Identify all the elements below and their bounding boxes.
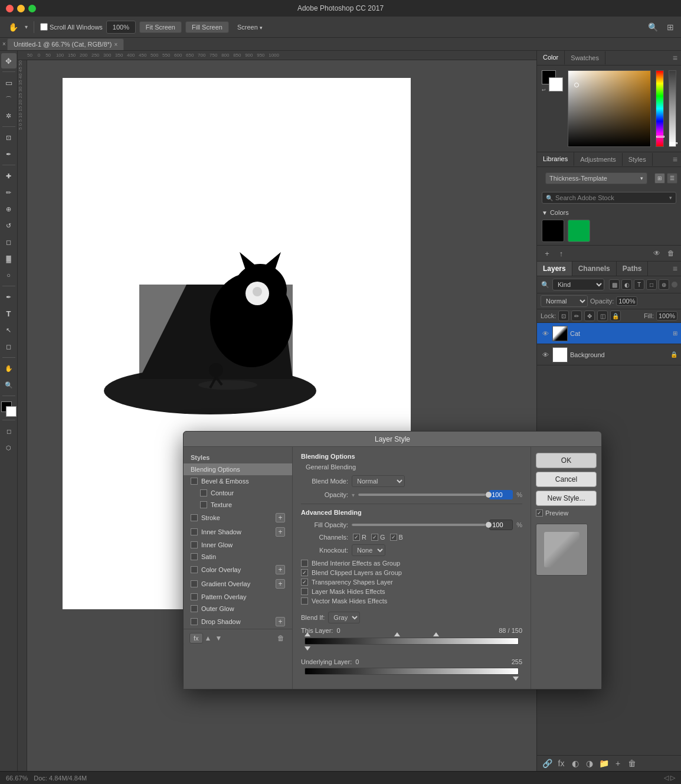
style-item-contour[interactable]: Contour (184, 487, 292, 499)
scroll-all-windows-label[interactable]: Scroll All Windows (40, 23, 103, 31)
style-item-gradient-overlay[interactable]: Gradient Overlay + (184, 577, 292, 591)
stock-search[interactable]: 🔍 Search Adobe Stock ▾ (542, 192, 676, 204)
this-layer-gradient-slider[interactable] (305, 638, 519, 645)
channel-r-checkbox[interactable] (353, 534, 360, 541)
underlying-bottom-right-arrow[interactable] (513, 677, 519, 681)
layer-style-dialog[interactable]: Layer Style Styles Blending Options Beve… (183, 431, 602, 690)
underlying-layer-gradient-slider[interactable] (305, 668, 519, 675)
texture-checkbox[interactable] (200, 501, 207, 508)
cancel-button[interactable]: Cancel (536, 472, 597, 487)
filter-adjust-btn[interactable]: ◐ (621, 279, 632, 290)
styles-tab[interactable]: Styles (623, 153, 653, 166)
layer-link-btn[interactable]: 🔗 (542, 758, 552, 769)
color-tab[interactable]: Color (537, 51, 565, 65)
layer-effects-btn[interactable]: fx (556, 758, 567, 769)
inner-shadow-add-btn[interactable]: + (276, 527, 285, 537)
eyedropper-tool[interactable]: ✒ (1, 146, 17, 162)
vector-mask-hides-cb[interactable] (301, 597, 308, 605)
move-tool[interactable]: ✥ (1, 53, 17, 68)
filter-pixel-btn[interactable]: ▩ (609, 279, 620, 290)
opacity-slider-track[interactable] (358, 494, 486, 496)
delete-layer-btn[interactable]: 🗑 (627, 758, 637, 769)
magic-wand-tool[interactable]: ✲ (1, 108, 17, 123)
brush-tool[interactable]: ✏ (1, 185, 17, 200)
screen-mode-icon[interactable]: ◻ (1, 423, 17, 439)
preview-checkbox[interactable] (536, 509, 543, 517)
gradient-tool[interactable]: ▓ (1, 251, 17, 266)
color-overlay-add-btn[interactable]: + (276, 565, 285, 574)
fx-button[interactable]: fx (189, 633, 203, 643)
grid-view-btn[interactable]: ⊞ (654, 173, 665, 184)
filter-text-btn[interactable]: T (634, 279, 644, 290)
stroke-add-btn[interactable]: + (276, 513, 285, 522)
filter-smart-btn[interactable]: ⊛ (659, 279, 669, 290)
doc-tab-close[interactable]: × (114, 41, 117, 48)
pen-tool[interactable]: ✒ (1, 289, 17, 305)
channel-g-checkbox[interactable] (371, 534, 378, 541)
blend-interior-cb[interactable] (301, 560, 308, 567)
library-delete-btn[interactable]: 🗑 (666, 248, 676, 259)
list-view-btn[interactable]: ☰ (667, 173, 677, 184)
blend-if-select[interactable]: Gray (328, 612, 360, 623)
arrange-btn[interactable]: ⊞ (664, 21, 676, 33)
lock-move-btn[interactable]: ✥ (584, 311, 595, 321)
color-chip-black[interactable] (542, 220, 564, 242)
zoom-tool[interactable]: 🔍 (1, 377, 17, 393)
new-adjustment-btn[interactable]: ◑ (584, 758, 595, 769)
drop-shadow-add-btn[interactable]: + (276, 617, 285, 626)
libraries-panel-options[interactable]: ≡ (669, 155, 681, 164)
style-item-color-overlay[interactable]: Color Overlay + (184, 563, 292, 577)
fill-opacity-slider[interactable] (352, 524, 486, 526)
style-item-inner-glow[interactable]: Inner Glow (184, 539, 292, 551)
fill-opacity-thumb[interactable] (486, 522, 492, 528)
contour-checkbox[interactable] (200, 489, 207, 496)
channel-b-checkbox[interactable] (390, 534, 397, 541)
screen-mode-btn[interactable]: Screen ▾ (233, 22, 267, 32)
bg-visibility-toggle[interactable]: 👁 (541, 350, 550, 360)
lock-position-btn[interactable]: ✏ (571, 311, 582, 321)
move-up-btn[interactable]: ▲ (203, 633, 214, 643)
crop-tool[interactable]: ⊡ (1, 130, 17, 145)
blend-mode-select[interactable]: Normal (541, 295, 588, 307)
search-btn[interactable]: 🔍 (647, 21, 659, 33)
new-layer-btn[interactable]: + (613, 758, 623, 769)
style-item-outer-glow[interactable]: Outer Glow (184, 603, 292, 615)
paths-tab-btn[interactable]: Paths (617, 262, 649, 276)
libraries-dropdown[interactable]: Thickness-Template ▾ (545, 172, 647, 184)
bevel-emboss-checkbox[interactable] (191, 478, 198, 485)
opacity-field-input[interactable] (489, 490, 513, 499)
channels-tab-btn[interactable]: Channels (572, 262, 617, 276)
inner-glow-checkbox[interactable] (191, 541, 198, 548)
layer-item-cat[interactable]: 👁 Cat ⊞ (537, 323, 681, 344)
style-item-stroke[interactable]: Stroke + (184, 511, 292, 525)
drop-shadow-checkbox[interactable] (191, 618, 198, 625)
lock-all-btn[interactable]: 🔒 (610, 311, 621, 321)
new-group-btn[interactable]: 📁 (598, 758, 609, 769)
style-item-inner-shadow[interactable]: Inner Shadow + (184, 525, 292, 539)
reset-colors-icon[interactable]: ↩ (542, 87, 546, 93)
maximize-button[interactable] (28, 5, 36, 12)
fill-input[interactable] (656, 311, 677, 321)
this-layer-mid-arrow-left[interactable] (394, 632, 400, 636)
dodge-tool[interactable]: ○ (1, 267, 17, 283)
this-layer-bottom-left-arrow[interactable] (305, 646, 310, 651)
style-item-blending-options[interactable]: Blending Options (184, 463, 292, 475)
hand-tool[interactable]: ✋ (1, 361, 17, 376)
hue-strip[interactable] (656, 70, 663, 147)
color-gradient-picker[interactable] (568, 70, 651, 147)
opacity-slider-thumb[interactable] (486, 492, 492, 498)
background-swatch[interactable] (549, 77, 563, 92)
color-panel-options[interactable]: ≡ (669, 53, 681, 63)
close-button[interactable] (6, 5, 14, 12)
shape-tool[interactable]: ◻ (1, 339, 17, 354)
lasso-tool[interactable]: ⌒ (1, 92, 17, 107)
this-layer-left-arrow[interactable] (305, 632, 310, 636)
opacity-input[interactable] (616, 296, 637, 306)
color-overlay-checkbox[interactable] (191, 566, 198, 573)
move-down-btn[interactable]: ▼ (214, 633, 224, 643)
layers-tab-btn[interactable]: Layers (537, 262, 572, 276)
style-item-drop-shadow[interactable]: Drop Shadow + (184, 615, 292, 629)
fit-screen-btn[interactable]: Fit Screen (139, 21, 182, 33)
layer-item-background[interactable]: 👁 Background 🔒 (537, 344, 681, 365)
stroke-checkbox[interactable] (191, 514, 198, 521)
